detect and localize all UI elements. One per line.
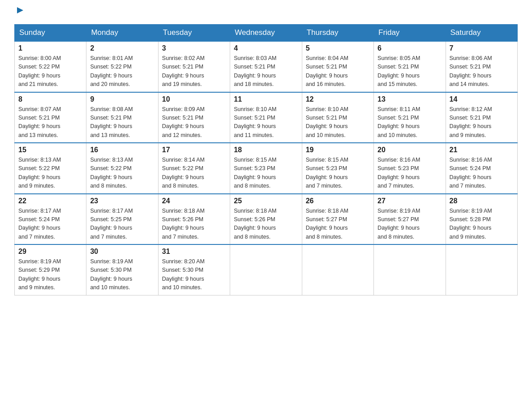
calendar-cell: 24 Sunrise: 8:18 AMSunset: 5:26 PMDaylig… — [158, 194, 230, 245]
calendar-week-row: 8 Sunrise: 8:07 AMSunset: 5:21 PMDayligh… — [15, 92, 518, 143]
calendar-cell: 17 Sunrise: 8:14 AMSunset: 5:22 PMDaylig… — [158, 143, 230, 194]
day-info: Sunrise: 8:15 AMSunset: 5:23 PMDaylight:… — [234, 156, 298, 191]
day-info: Sunrise: 8:00 AMSunset: 5:22 PMDaylight:… — [18, 54, 82, 89]
calendar-cell: 31 Sunrise: 8:20 AMSunset: 5:30 PMDaylig… — [158, 244, 230, 295]
calendar-cell: 14 Sunrise: 8:12 AMSunset: 5:21 PMDaylig… — [446, 92, 517, 143]
day-number: 1 — [18, 44, 82, 52]
day-number: 27 — [378, 197, 442, 205]
day-info: Sunrise: 8:05 AMSunset: 5:21 PMDaylight:… — [378, 54, 442, 89]
day-number: 4 — [234, 44, 298, 52]
calendar-cell: 7 Sunrise: 8:06 AMSunset: 5:21 PMDayligh… — [446, 41, 517, 92]
calendar-cell: 6 Sunrise: 8:05 AMSunset: 5:21 PMDayligh… — [374, 41, 446, 92]
calendar-cell: 10 Sunrise: 8:09 AMSunset: 5:21 PMDaylig… — [158, 92, 230, 143]
column-header-sunday: Sunday — [15, 25, 86, 42]
day-number: 17 — [162, 146, 226, 154]
column-header-thursday: Thursday — [302, 25, 373, 42]
day-info: Sunrise: 8:14 AMSunset: 5:22 PMDaylight:… — [162, 156, 226, 191]
svg-marker-0 — [17, 7, 23, 13]
calendar-cell: 19 Sunrise: 8:15 AMSunset: 5:23 PMDaylig… — [302, 143, 373, 194]
calendar-cell: 18 Sunrise: 8:15 AMSunset: 5:23 PMDaylig… — [230, 143, 302, 194]
day-number: 12 — [306, 95, 370, 103]
day-info: Sunrise: 8:10 AMSunset: 5:21 PMDaylight:… — [306, 105, 370, 140]
calendar-cell: 27 Sunrise: 8:19 AMSunset: 5:27 PMDaylig… — [374, 194, 446, 245]
calendar-cell: 3 Sunrise: 8:02 AMSunset: 5:21 PMDayligh… — [158, 41, 230, 92]
day-number: 11 — [234, 95, 298, 103]
day-number: 31 — [162, 248, 226, 256]
day-info: Sunrise: 8:16 AMSunset: 5:23 PMDaylight:… — [378, 156, 442, 191]
day-info: Sunrise: 8:17 AMSunset: 5:24 PMDaylight:… — [18, 207, 82, 242]
calendar-cell: 13 Sunrise: 8:11 AMSunset: 5:21 PMDaylig… — [374, 92, 446, 143]
calendar-cell: 28 Sunrise: 8:19 AMSunset: 5:28 PMDaylig… — [446, 194, 517, 245]
calendar-cell: 20 Sunrise: 8:16 AMSunset: 5:23 PMDaylig… — [374, 143, 446, 194]
day-info: Sunrise: 8:19 AMSunset: 5:30 PMDaylight:… — [90, 257, 154, 292]
day-number: 14 — [450, 95, 514, 103]
calendar-cell: 4 Sunrise: 8:03 AMSunset: 5:21 PMDayligh… — [230, 41, 302, 92]
day-info: Sunrise: 8:03 AMSunset: 5:21 PMDaylight:… — [234, 54, 298, 89]
day-info: Sunrise: 8:09 AMSunset: 5:21 PMDaylight:… — [162, 105, 226, 140]
day-info: Sunrise: 8:16 AMSunset: 5:24 PMDaylight:… — [450, 156, 514, 191]
day-info: Sunrise: 8:13 AMSunset: 5:22 PMDaylight:… — [18, 156, 82, 191]
day-number: 16 — [90, 146, 154, 154]
day-number: 15 — [18, 146, 82, 154]
day-number: 26 — [306, 197, 370, 205]
day-info: Sunrise: 8:18 AMSunset: 5:27 PMDaylight:… — [306, 207, 370, 242]
day-number: 19 — [306, 146, 370, 154]
day-number: 24 — [162, 197, 226, 205]
day-info: Sunrise: 8:08 AMSunset: 5:21 PMDaylight:… — [90, 105, 154, 140]
day-number: 13 — [378, 95, 442, 103]
calendar-cell: 1 Sunrise: 8:00 AMSunset: 5:22 PMDayligh… — [15, 41, 86, 92]
day-info: Sunrise: 8:10 AMSunset: 5:21 PMDaylight:… — [234, 105, 298, 140]
day-number: 7 — [450, 44, 514, 52]
day-number: 5 — [306, 44, 370, 52]
calendar-cell: 23 Sunrise: 8:17 AMSunset: 5:25 PMDaylig… — [86, 194, 158, 245]
calendar-cell: 9 Sunrise: 8:08 AMSunset: 5:21 PMDayligh… — [86, 92, 158, 143]
day-info: Sunrise: 8:18 AMSunset: 5:26 PMDaylight:… — [162, 207, 226, 242]
day-info: Sunrise: 8:13 AMSunset: 5:22 PMDaylight:… — [90, 156, 154, 191]
logo — [14, 11, 25, 15]
calendar-week-row: 22 Sunrise: 8:17 AMSunset: 5:24 PMDaylig… — [15, 194, 518, 245]
day-info: Sunrise: 8:20 AMSunset: 5:30 PMDaylight:… — [162, 257, 226, 292]
calendar-cell: 5 Sunrise: 8:04 AMSunset: 5:21 PMDayligh… — [302, 41, 373, 92]
day-info: Sunrise: 8:19 AMSunset: 5:28 PMDaylight:… — [450, 207, 514, 242]
day-info: Sunrise: 8:04 AMSunset: 5:21 PMDaylight:… — [306, 54, 370, 89]
calendar-cell — [446, 244, 517, 295]
calendar-cell: 11 Sunrise: 8:10 AMSunset: 5:21 PMDaylig… — [230, 92, 302, 143]
day-number: 25 — [234, 197, 298, 205]
day-number: 3 — [162, 44, 226, 52]
calendar-table: SundayMondayTuesdayWednesdayThursdayFrid… — [14, 24, 518, 295]
day-info: Sunrise: 8:19 AMSunset: 5:29 PMDaylight:… — [18, 257, 82, 292]
day-info: Sunrise: 8:06 AMSunset: 5:21 PMDaylight:… — [450, 54, 514, 89]
day-number: 6 — [378, 44, 442, 52]
day-number: 10 — [162, 95, 226, 103]
day-info: Sunrise: 8:18 AMSunset: 5:26 PMDaylight:… — [234, 207, 298, 242]
day-number: 9 — [90, 95, 154, 103]
calendar-cell: 12 Sunrise: 8:10 AMSunset: 5:21 PMDaylig… — [302, 92, 373, 143]
day-number: 22 — [18, 197, 82, 205]
day-number: 2 — [90, 44, 154, 52]
calendar-cell: 15 Sunrise: 8:13 AMSunset: 5:22 PMDaylig… — [15, 143, 86, 194]
day-number: 18 — [234, 146, 298, 154]
calendar-cell: 30 Sunrise: 8:19 AMSunset: 5:30 PMDaylig… — [86, 244, 158, 295]
calendar-header-row: SundayMondayTuesdayWednesdayThursdayFrid… — [15, 25, 518, 42]
day-info: Sunrise: 8:12 AMSunset: 5:21 PMDaylight:… — [450, 105, 514, 140]
day-info: Sunrise: 8:02 AMSunset: 5:21 PMDaylight:… — [162, 54, 226, 89]
column-header-friday: Friday — [374, 25, 446, 42]
day-info: Sunrise: 8:19 AMSunset: 5:27 PMDaylight:… — [378, 207, 442, 242]
calendar-cell: 26 Sunrise: 8:18 AMSunset: 5:27 PMDaylig… — [302, 194, 373, 245]
column-header-tuesday: Tuesday — [158, 25, 230, 42]
calendar-cell — [230, 244, 302, 295]
page-header — [14, 11, 518, 15]
day-number: 8 — [18, 95, 82, 103]
day-info: Sunrise: 8:07 AMSunset: 5:21 PMDaylight:… — [18, 105, 82, 140]
day-info: Sunrise: 8:17 AMSunset: 5:25 PMDaylight:… — [90, 207, 154, 242]
day-number: 30 — [90, 248, 154, 256]
column-header-saturday: Saturday — [446, 25, 517, 42]
column-header-wednesday: Wednesday — [230, 25, 302, 42]
calendar-cell: 2 Sunrise: 8:01 AMSunset: 5:22 PMDayligh… — [86, 41, 158, 92]
day-number: 20 — [378, 146, 442, 154]
calendar-cell — [374, 244, 446, 295]
calendar-cell — [302, 244, 373, 295]
day-info: Sunrise: 8:01 AMSunset: 5:22 PMDaylight:… — [90, 54, 154, 89]
day-info: Sunrise: 8:11 AMSunset: 5:21 PMDaylight:… — [378, 105, 442, 140]
calendar-cell: 29 Sunrise: 8:19 AMSunset: 5:29 PMDaylig… — [15, 244, 86, 295]
